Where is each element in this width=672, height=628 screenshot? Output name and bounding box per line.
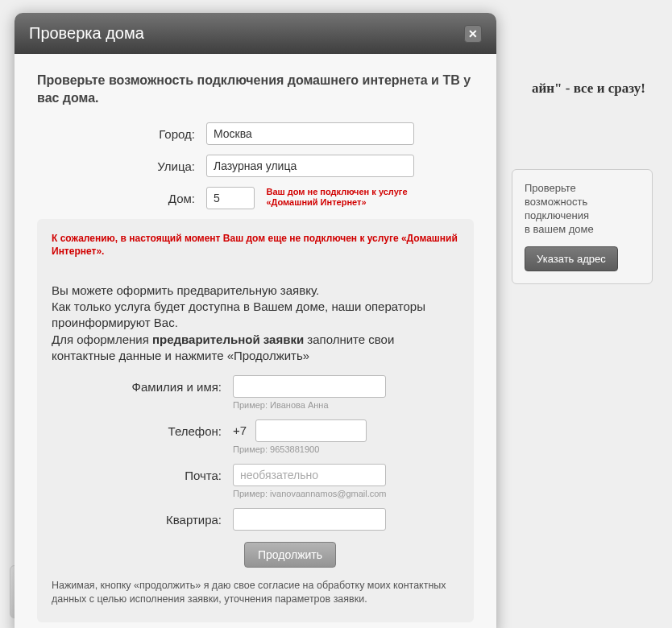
unavailable-panel: К сожалению, в настоящий момент Ваш дом …	[37, 219, 474, 622]
close-icon[interactable]: ✕	[464, 25, 482, 43]
modal-intro: Проверьте возможность подключения домашн…	[37, 72, 474, 106]
modal-header: Проверка дома ✕	[15, 13, 496, 54]
consent-text: Нажимая, кнопку «продолжить» я даю свое …	[52, 579, 459, 606]
unavailable-warning: К сожалению, в настоящий момент Ваш дом …	[52, 232, 459, 258]
phone-input[interactable]	[255, 419, 367, 442]
phone-label: Телефон:	[52, 419, 233, 438]
house-label: Дом:	[37, 187, 206, 205]
city-input[interactable]	[206, 122, 414, 145]
house-input[interactable]	[206, 187, 255, 209]
continue-button[interactable]: Продолжить	[244, 542, 336, 568]
modal-title: Проверка дома	[29, 24, 144, 43]
check-address-text: Проверьте возможность подключения в ваше…	[525, 182, 640, 237]
specify-address-button[interactable]: Указать адрес	[525, 246, 618, 271]
address-check-modal: Проверка дома ✕ Проверьте возможность по…	[15, 13, 496, 628]
phone-hint: Пример: 9653881900	[233, 444, 459, 454]
street-label: Улица:	[37, 155, 206, 173]
name-input[interactable]	[233, 375, 386, 398]
name-hint: Пример: Иванова Анна	[233, 400, 459, 410]
street-input[interactable]	[206, 155, 414, 177]
bg-slogan-fragment: айн" - все и сразу!	[532, 81, 645, 97]
email-label: Почта:	[52, 464, 233, 482]
email-hint: Пример: ivanovaannamos@gmail.com	[233, 489, 459, 498]
email-input[interactable]	[233, 464, 386, 486]
city-label: Город:	[37, 122, 206, 141]
phone-prefix: +7	[233, 423, 247, 437]
unavailable-info: Вы можете оформить предварительную заявк…	[52, 266, 459, 365]
name-label: Фамилия и имя:	[52, 375, 233, 394]
house-error-text: Ваш дом не подключен к услуге «Домашний …	[266, 187, 427, 208]
flat-label: Квартира:	[52, 508, 233, 527]
flat-input[interactable]	[233, 508, 386, 531]
check-address-panel: Проверьте возможность подключения в ваше…	[512, 169, 653, 284]
